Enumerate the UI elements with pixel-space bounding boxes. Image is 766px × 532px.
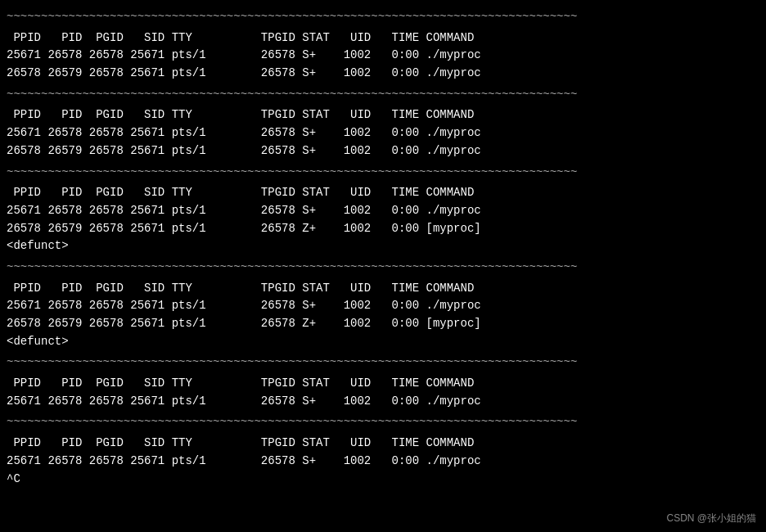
section-1: ~~~~~~~~~~~~~~~~~~~~~~~~~~~~~~~~~~~~~~~~… [7,8,759,83]
terminal: ~~~~~~~~~~~~~~~~~~~~~~~~~~~~~~~~~~~~~~~~… [0,0,766,494]
watermark: CSDN @张小姐的猫 [666,512,756,525]
data-row-4-1: 26578 26579 26578 25671 pts/1 26578 Z+ 1… [7,315,759,333]
data-row-5-0: 25671 26578 26578 25671 pts/1 26578 S+ 1… [7,393,759,411]
divider-4: ~~~~~~~~~~~~~~~~~~~~~~~~~~~~~~~~~~~~~~~~… [7,259,759,277]
section-3: ~~~~~~~~~~~~~~~~~~~~~~~~~~~~~~~~~~~~~~~~… [7,164,759,255]
data-row-3-1: 26578 26579 26578 25671 pts/1 26578 Z+ 1… [7,220,759,238]
data-row-3-0: 25671 26578 26578 25671 pts/1 26578 S+ 1… [7,202,759,220]
divider-1: ~~~~~~~~~~~~~~~~~~~~~~~~~~~~~~~~~~~~~~~~… [7,8,759,26]
data-row-6-0: 25671 26578 26578 25671 pts/1 26578 S+ 1… [7,453,759,471]
divider-3: ~~~~~~~~~~~~~~~~~~~~~~~~~~~~~~~~~~~~~~~~… [7,164,759,182]
header-row-3: PPID PID PGID SID TTY TPGID STAT UID TIM… [7,184,759,202]
data-row-1-1: 26578 26579 26578 25671 pts/1 26578 S+ 1… [7,65,759,83]
divider-5: ~~~~~~~~~~~~~~~~~~~~~~~~~~~~~~~~~~~~~~~~… [7,354,759,372]
header-row-4: PPID PID PGID SID TTY TPGID STAT UID TIM… [7,280,759,298]
data-row-2-0: 25671 26578 26578 25671 pts/1 26578 S+ 1… [7,124,759,142]
divider-2: ~~~~~~~~~~~~~~~~~~~~~~~~~~~~~~~~~~~~~~~~… [7,86,759,104]
section-2: ~~~~~~~~~~~~~~~~~~~~~~~~~~~~~~~~~~~~~~~~… [7,86,759,160]
defunct-row-4: <defunct> [7,333,759,351]
section-5: ~~~~~~~~~~~~~~~~~~~~~~~~~~~~~~~~~~~~~~~~… [7,354,759,410]
section-4: ~~~~~~~~~~~~~~~~~~~~~~~~~~~~~~~~~~~~~~~~… [7,259,759,350]
data-row-2-1: 26578 26579 26578 25671 pts/1 26578 S+ 1… [7,142,759,160]
defunct-row-3: <defunct> [7,237,759,255]
data-row-1-0: 25671 26578 26578 25671 pts/1 26578 S+ 1… [7,47,759,65]
ctrlc-row: ^C [7,471,759,489]
header-row-1: PPID PID PGID SID TTY TPGID STAT UID TIM… [7,29,759,47]
header-row-6: PPID PID PGID SID TTY TPGID STAT UID TIM… [7,435,759,453]
header-row-5: PPID PID PGID SID TTY TPGID STAT UID TIM… [7,375,759,393]
divider-6: ~~~~~~~~~~~~~~~~~~~~~~~~~~~~~~~~~~~~~~~~… [7,413,759,431]
header-row-2: PPID PID PGID SID TTY TPGID STAT UID TIM… [7,106,759,124]
section-6: ~~~~~~~~~~~~~~~~~~~~~~~~~~~~~~~~~~~~~~~~… [7,413,759,488]
data-row-4-0: 25671 26578 26578 25671 pts/1 26578 S+ 1… [7,297,759,315]
